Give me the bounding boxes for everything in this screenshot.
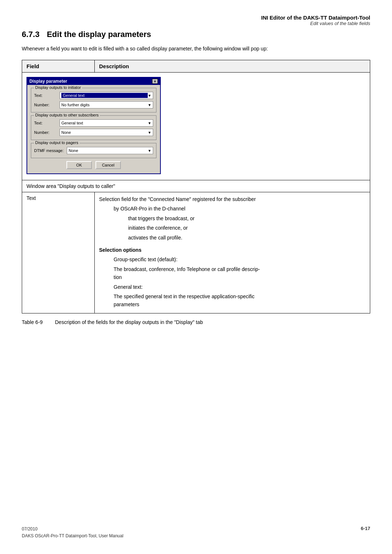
dialog-select-number-2[interactable]: None ▼	[60, 129, 153, 136]
table-caption-number: Table 6-9	[22, 319, 43, 325]
page-header: INI Editor of the DAKS-TT Dataimport-Too…	[22, 15, 370, 26]
selection-options-title: Selection options	[99, 246, 366, 254]
dialog-group-pagers: Display output to pagers DTMF message: N…	[31, 143, 156, 158]
dropdown-arrow-5: ▼	[148, 149, 151, 153]
dropdown-arrow-3: ▼	[148, 121, 151, 125]
footer-left: 07/2010 DAKS OScAR-Pro-TT Dataimport-Too…	[22, 526, 123, 539]
dialog-row-number-1: Number: No further digits ▼	[34, 101, 153, 108]
dialog-cell: Display parameter × Display outputs to i…	[22, 73, 370, 180]
footer-product: DAKS OScAR-Pro-TT Dataimport-Tool, User …	[22, 533, 123, 539]
dialog-group-legend-1: Display outputs to initiator	[34, 85, 82, 90]
section-title: 6.7.3Edit the display parameters	[22, 30, 370, 39]
selection-opt-2: The broadcast, conference, Info Telephon…	[114, 265, 366, 282]
dropdown-arrow-2: ▼	[148, 103, 151, 107]
dropdown-arrow-1: ▼	[148, 94, 151, 98]
dialog-select-value-number-2: None	[61, 130, 148, 135]
dialog-label-text-2: Text:	[34, 121, 60, 125]
dropdown-arrow-4: ▼	[148, 131, 151, 135]
dialog-select-value-text-2: General text	[61, 121, 148, 125]
section-title-text: Edit the display parameters	[47, 30, 151, 39]
selection-opt-3: General text:	[114, 283, 366, 291]
dialog-group-legend-3: Display output to pagers	[34, 140, 79, 145]
window-area-cell: Window area "Display outputs to caller"	[22, 180, 370, 192]
dialog-row-dtmf: DTMF message: None ▼	[34, 147, 153, 154]
dialog-select-value-dtmf: None	[69, 148, 148, 153]
header-title: INI Editor of the DAKS-TT Dataimport-Too…	[22, 15, 370, 21]
footer-page: 6-17	[361, 526, 370, 539]
dialog-select-dtmf[interactable]: None ▼	[67, 147, 153, 154]
cancel-button[interactable]: Cancel	[95, 161, 121, 169]
dialog-label-dtmf: DTMF message:	[34, 148, 67, 153]
footer-date: 07/2010	[22, 526, 123, 533]
desc-line-5: activates the call profile.	[128, 234, 366, 242]
dialog-row: Display parameter × Display outputs to i…	[22, 73, 370, 180]
text-field-description: Selection field for the "Connected Name"…	[95, 192, 370, 313]
section-number: 6.7.3	[22, 30, 40, 39]
dialog-box: Display parameter × Display outputs to i…	[26, 77, 161, 174]
desc-line-4: initiates the conference, or	[128, 224, 366, 232]
col-description-header: Description	[95, 60, 370, 73]
dialog-label-number-1: Number:	[34, 103, 60, 107]
dialog-row-number-2: Number: None ▼	[34, 129, 153, 136]
dialog-select-value-text-1: General text	[61, 93, 148, 98]
dialog-row-text-2: Text: General text ▼	[34, 119, 153, 127]
desc-line-2: by OScAR-Pro in the D-channel	[114, 205, 366, 213]
dialog-title-label: Display parameter	[29, 79, 67, 84]
dialog-select-text-1[interactable]: General text ▼	[60, 92, 153, 99]
dialog-group-legend-2: Display outputs to other subscribers	[34, 113, 100, 117]
dialog-select-text-2[interactable]: General text ▼	[60, 119, 153, 127]
table-caption-text: Description of the fields for the displa…	[55, 319, 203, 325]
intro-paragraph: Whenever a field you want to edit is fil…	[22, 45, 370, 53]
dialog-select-value-number-1: No further digits	[61, 103, 148, 107]
dialog-titlebar: Display parameter ×	[27, 78, 160, 85]
page-footer: 07/2010 DAKS OScAR-Pro-TT Dataimport-Too…	[22, 526, 370, 539]
desc-line-1: Selection field for the "Connected Name"…	[99, 195, 366, 203]
selection-opt-4: The specified general text in the respec…	[114, 292, 366, 309]
selection-opt-1: Group-specific text (default):	[114, 255, 366, 263]
dialog-body: Display outputs to initiator Text: Gener…	[27, 85, 160, 173]
main-content-table: Field Description Display parameter ×	[22, 60, 370, 313]
window-area-row: Window area "Display outputs to caller"	[22, 180, 370, 192]
table-caption: Table 6-9 Description of the fields for …	[22, 319, 370, 325]
col-field-header: Field	[22, 60, 95, 73]
dialog-group-subscribers: Display outputs to other subscribers Tex…	[31, 115, 156, 140]
dialog-select-number-1[interactable]: No further digits ▼	[60, 101, 153, 108]
dialog-buttons-row: OK Cancel	[31, 161, 156, 169]
ok-button[interactable]: OK	[66, 161, 92, 169]
dialog-close-button[interactable]: ×	[152, 79, 158, 84]
dialog-row-text-1: Text: General text ▼	[34, 92, 153, 99]
dialog-label-text-1: Text:	[34, 93, 60, 98]
text-field-row: Text Selection field for the "Connected …	[22, 192, 370, 313]
dialog-wrapper: Display parameter × Display outputs to i…	[26, 75, 366, 177]
desc-line-3: that triggers the broadcast, or	[128, 214, 366, 222]
dialog-group-initiator: Display outputs to initiator Text: Gener…	[31, 88, 156, 112]
header-subtitle: Edit values of the table fields	[22, 21, 370, 26]
dialog-label-number-2: Number:	[34, 130, 60, 135]
text-field-label: Text	[22, 192, 95, 313]
